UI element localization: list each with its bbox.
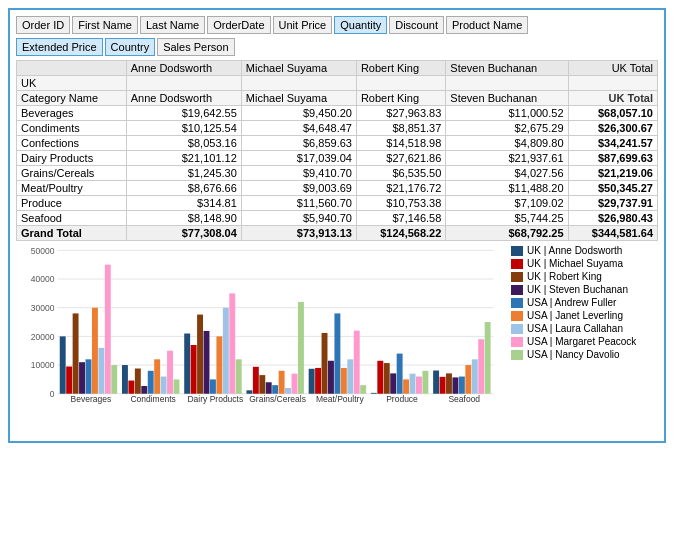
bar: [66, 366, 72, 393]
value-cell: $21,176.72: [356, 181, 445, 196]
bar: [377, 361, 383, 394]
legend-item: USA | Janet Leverling: [511, 310, 658, 321]
field-item[interactable]: Discount: [389, 16, 444, 34]
legend-color-box: [511, 259, 523, 269]
bar: [236, 359, 242, 393]
legend-color-box: [511, 337, 523, 347]
grand-total-cell: $344,581.64: [568, 226, 657, 241]
bar: [341, 368, 347, 394]
row-field-item[interactable]: Extended Price: [16, 38, 103, 56]
value-cell: $2,675.29: [446, 121, 568, 136]
value-cell: $314.81: [126, 196, 241, 211]
bar: [223, 308, 229, 394]
bar: [459, 377, 465, 394]
grand-total-label: Grand Total: [17, 226, 127, 241]
pivot-row: Produce$314.81$11,560.70$10,753.38$7,109…: [17, 196, 658, 211]
legend-color-box: [511, 285, 523, 295]
value-cell: $68,057.10: [568, 106, 657, 121]
grand-total-cell: $73,913.13: [241, 226, 356, 241]
col-header: Steven Buchanan: [446, 61, 568, 76]
legend-item: USA | Margaret Peacock: [511, 336, 658, 347]
svg-text:30000: 30000: [31, 303, 55, 313]
value-cell: $9,003.69: [241, 181, 356, 196]
bar: [86, 359, 92, 393]
value-cell: $27,963.83: [356, 106, 445, 121]
pivot-row: Meat/Poultry$8,676.66$9,003.69$21,176.72…: [17, 181, 658, 196]
svg-text:Produce: Produce: [386, 394, 418, 404]
pivot-row: Confections$8,053.16$6,859.63$14,518.98$…: [17, 136, 658, 151]
col-header: Anne Dodsworth: [126, 61, 241, 76]
value-cell: $21,937.61: [446, 151, 568, 166]
col-header: UK Total: [568, 61, 657, 76]
col-header: Robert King: [356, 61, 445, 76]
value-cell: $6,859.63: [241, 136, 356, 151]
value-cell: $8,053.16: [126, 136, 241, 151]
value-cell: $7,146.58: [356, 211, 445, 226]
bar: [122, 365, 128, 394]
field-item[interactable]: Last Name: [140, 16, 205, 34]
bar: [167, 351, 173, 394]
category-cell: Dairy Products: [17, 151, 127, 166]
bar: [298, 302, 304, 394]
bar: [253, 367, 259, 394]
field-item[interactable]: First Name: [72, 16, 138, 34]
bar: [384, 363, 390, 394]
bar: [433, 371, 439, 394]
salesperson-header: Michael Suyama: [241, 91, 356, 106]
bar: [309, 369, 315, 394]
row-field-item[interactable]: Sales Person: [157, 38, 234, 56]
row-field-item[interactable]: Country: [105, 38, 156, 56]
svg-text:Grains/Cereals: Grains/Cereals: [249, 394, 306, 404]
pivot-row: Beverages$19,642.55$9,450.20$27,963.83$1…: [17, 106, 658, 121]
legend-item: UK | Robert King: [511, 271, 658, 282]
field-item[interactable]: Quantity: [334, 16, 387, 34]
svg-text:50000: 50000: [31, 246, 55, 256]
bar: [472, 359, 478, 393]
bar: [397, 354, 403, 394]
col-header: Michael Suyama: [241, 61, 356, 76]
field-item[interactable]: OrderDate: [207, 16, 270, 34]
svg-text:Condiments: Condiments: [130, 394, 175, 404]
grand-total-cell: $124,568.22: [356, 226, 445, 241]
value-cell: $17,039.04: [241, 151, 356, 166]
grand-total-cell: $68,792.25: [446, 226, 568, 241]
value-cell: $11,560.70: [241, 196, 356, 211]
legend-label: USA | Andrew Fuller: [527, 297, 616, 308]
chart-area: 01000020000300004000050000BeveragesCondi…: [16, 245, 503, 430]
bar: [98, 348, 104, 394]
salesperson-header: Robert King: [356, 91, 445, 106]
legend-item: USA | Nancy Davolio: [511, 349, 658, 360]
bar: [229, 293, 235, 393]
bar: [60, 336, 66, 393]
value-cell: $5,744.25: [446, 211, 568, 226]
legend-color-box: [511, 298, 523, 308]
bar: [246, 390, 252, 393]
bar: [322, 333, 328, 394]
bar: [478, 339, 484, 394]
field-item[interactable]: Order ID: [16, 16, 70, 34]
value-cell: $9,450.20: [241, 106, 356, 121]
value-cell: $19,642.55: [126, 106, 241, 121]
field-item[interactable]: Unit Price: [273, 16, 333, 34]
legend-item: USA | Andrew Fuller: [511, 297, 658, 308]
salesperson-header: Anne Dodsworth: [126, 91, 241, 106]
bar: [279, 371, 285, 394]
bar-chart: 01000020000300004000050000BeveragesCondi…: [16, 245, 503, 415]
category-cell: Produce: [17, 196, 127, 211]
value-cell: $6,535.50: [356, 166, 445, 181]
category-cell: Beverages: [17, 106, 127, 121]
bar: [92, 308, 98, 394]
svg-text:20000: 20000: [31, 332, 55, 342]
legend-color-box: [511, 246, 523, 256]
field-item[interactable]: Product Name: [446, 16, 528, 34]
bar: [328, 361, 334, 394]
legend-label: USA | Janet Leverling: [527, 310, 623, 321]
bar: [161, 377, 167, 394]
bar: [334, 313, 340, 393]
bar: [347, 359, 353, 393]
field-list-row2: Extended PriceCountrySales Person: [16, 38, 658, 56]
value-cell: $11,000.52: [446, 106, 568, 121]
bar: [148, 371, 154, 394]
legend-label: USA | Nancy Davolio: [527, 349, 620, 360]
value-cell: $4,809.80: [446, 136, 568, 151]
